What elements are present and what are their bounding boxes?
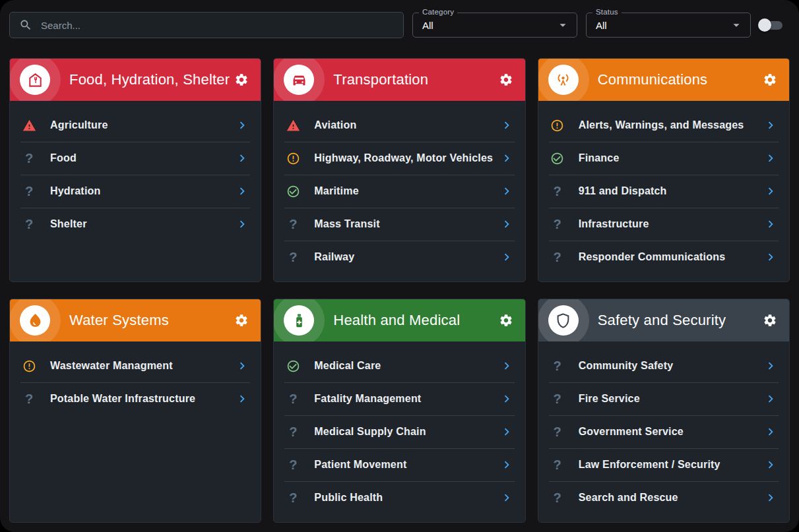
card-list: Agriculture?Food?Hydration?Shelter xyxy=(10,101,261,249)
category-card: Health and Medical Medical Care?Fatality… xyxy=(273,299,525,523)
chevron-right-icon xyxy=(235,392,249,406)
item-label: Fatality Management xyxy=(314,393,421,405)
card-header: Water Systems xyxy=(10,299,261,341)
water-drop-icon xyxy=(20,305,50,336)
chevron-right-icon xyxy=(499,184,514,198)
list-item[interactable]: Maritime xyxy=(274,175,525,208)
list-item[interactable]: ?Railway xyxy=(274,241,525,274)
item-label: Maritime xyxy=(314,185,358,197)
list-item[interactable]: ?Shelter xyxy=(10,208,261,241)
card-list: Wastewater Managment?Potable Water Infra… xyxy=(10,341,261,423)
card-title: Health and Medical xyxy=(333,312,460,329)
chevron-right-icon xyxy=(763,425,778,439)
search-input-container[interactable] xyxy=(9,12,404,38)
category-select-label: Category xyxy=(419,8,457,16)
list-item[interactable]: Alerts, Warnings, and Messages xyxy=(538,109,789,142)
chevron-right-icon xyxy=(763,184,778,198)
item-label: Alerts, Warnings, and Messages xyxy=(579,119,744,131)
list-item[interactable]: ?Community Safety xyxy=(538,349,789,382)
item-label: Mass Transit xyxy=(314,218,379,230)
list-item[interactable]: Agriculture xyxy=(10,109,261,142)
card-title: Food, Hydration, Shelter xyxy=(69,71,230,88)
status-unknown-icon: ? xyxy=(21,151,37,166)
status-unknown-icon: ? xyxy=(21,392,37,407)
status-unknown-icon: ? xyxy=(21,184,37,199)
card-title: Safety and Security xyxy=(598,312,726,329)
list-item[interactable]: Finance xyxy=(538,142,789,175)
chevron-right-icon xyxy=(763,392,778,406)
list-item[interactable]: ?Fire Service xyxy=(538,382,789,415)
list-item[interactable]: ?Patient Movement xyxy=(274,448,525,481)
list-item[interactable]: ?Infrastructure xyxy=(538,208,789,241)
settings-gear-icon[interactable] xyxy=(234,73,249,87)
list-item[interactable]: ?Government Service xyxy=(538,415,789,448)
category-select[interactable]: Category All xyxy=(412,13,577,38)
chevron-right-icon xyxy=(499,458,514,472)
list-item[interactable]: ?911 and Dispatch xyxy=(538,175,789,208)
list-item[interactable]: Highway, Roadway, Motor Vehicles xyxy=(274,142,525,175)
list-item[interactable]: ?Food xyxy=(10,142,261,175)
chevron-right-icon xyxy=(763,490,778,505)
item-label: Wastewater Managment xyxy=(50,360,173,372)
category-select-value: All xyxy=(422,20,433,31)
list-item[interactable]: ?Search and Rescue xyxy=(538,481,789,514)
status-select-label: Status xyxy=(592,8,622,16)
list-item[interactable]: ?Potable Water Infrastructure xyxy=(10,382,261,415)
filter-toggle-switch[interactable] xyxy=(758,17,784,33)
card-header: Health and Medical xyxy=(274,299,525,341)
status-select-value: All xyxy=(596,20,607,31)
settings-gear-icon[interactable] xyxy=(499,313,513,328)
list-item[interactable]: ?Responder Communications xyxy=(538,241,789,274)
settings-gear-icon[interactable] xyxy=(234,313,249,328)
status-unknown-icon: ? xyxy=(550,217,565,232)
chevron-right-icon xyxy=(235,217,249,231)
cards-grid: Food, Hydration, Shelter Agriculture?Foo… xyxy=(9,58,790,523)
settings-gear-icon[interactable] xyxy=(499,73,513,87)
list-item[interactable]: Wastewater Managment xyxy=(10,349,261,382)
status-select[interactable]: Status All xyxy=(586,13,751,38)
status-unknown-icon: ? xyxy=(550,458,565,473)
item-label: Responder Communications xyxy=(579,251,726,263)
chevron-right-icon xyxy=(499,425,514,439)
chevron-right-icon xyxy=(499,490,514,505)
chevron-right-icon xyxy=(499,359,514,373)
list-item[interactable]: Aviation xyxy=(274,109,525,142)
item-label: Hydration xyxy=(50,185,100,197)
settings-gear-icon[interactable] xyxy=(763,313,777,328)
chevron-right-icon xyxy=(235,151,249,165)
status-warning-icon xyxy=(285,152,301,165)
status-unknown-icon: ? xyxy=(550,184,565,199)
list-item[interactable]: ?Medical Supply Chain xyxy=(274,415,525,448)
list-item[interactable]: ?Law Enforcement / Security xyxy=(538,448,789,481)
status-ok-icon xyxy=(550,152,565,165)
card-header: Food, Hydration, Shelter xyxy=(10,59,261,101)
medicine-bottle-icon xyxy=(284,305,314,336)
status-unknown-icon: ? xyxy=(285,392,301,407)
list-item[interactable]: ?Fatality Management xyxy=(274,382,525,415)
card-list: Alerts, Warnings, and MessagesFinance?91… xyxy=(538,101,789,281)
item-label: Search and Rescue xyxy=(579,492,678,504)
item-label: Fire Service xyxy=(579,393,640,405)
list-item[interactable]: ?Hydration xyxy=(10,175,261,208)
item-label: Highway, Roadway, Motor Vehicles xyxy=(314,152,493,164)
status-unknown-icon: ? xyxy=(550,359,565,374)
list-item[interactable]: ?Mass Transit xyxy=(274,208,525,241)
category-card: Safety and Security ?Community Safety?Fi… xyxy=(538,299,790,523)
search-input[interactable] xyxy=(41,20,394,31)
item-label: Potable Water Infrastructure xyxy=(50,393,195,405)
status-warning-icon xyxy=(21,359,37,373)
chevron-right-icon xyxy=(499,250,514,264)
chevron-right-icon xyxy=(499,118,514,133)
search-icon xyxy=(19,18,32,32)
status-unknown-icon: ? xyxy=(285,250,301,265)
radio-tower-icon xyxy=(548,65,579,95)
card-list: AviationHighway, Roadway, Motor Vehicles… xyxy=(274,101,525,281)
item-label: 911 and Dispatch xyxy=(579,185,667,197)
list-item[interactable]: ?Public Health xyxy=(274,481,525,514)
chevron-right-icon xyxy=(235,118,249,133)
settings-gear-icon[interactable] xyxy=(763,73,777,87)
item-label: Infrastructure xyxy=(579,218,649,230)
list-item[interactable]: Medical Care xyxy=(274,349,525,382)
item-label: Medical Care xyxy=(314,360,381,372)
status-unknown-icon: ? xyxy=(21,217,37,232)
